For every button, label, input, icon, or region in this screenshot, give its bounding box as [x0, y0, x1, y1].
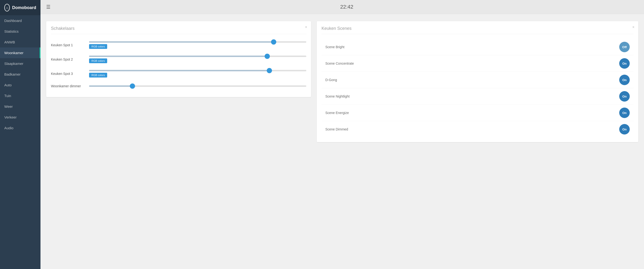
schakelaars-close[interactable]: × — [305, 25, 307, 29]
scene-name-bright: Scene Bright — [325, 45, 616, 49]
scene-name-concentrate: Scene Concentrate — [325, 62, 616, 65]
sidebar-item-tuin[interactable]: Tuin — [0, 90, 40, 101]
scene-button-energize[interactable]: On — [619, 108, 630, 118]
sidebar-item-statistics[interactable]: Statistics — [0, 26, 40, 37]
main-content: ☰ 22:42 Schakelaars × Keuken Spot 1RGB c… — [40, 0, 644, 269]
scenes-container: Scene BrightOffScene ConcentrateOnD-Gong… — [322, 39, 634, 137]
scene-row-dgong: D-GongOn — [322, 72, 634, 88]
slider-row-dimmer: Woonkamer dimmer — [51, 82, 306, 90]
scene-button-concentrate[interactable]: On — [619, 58, 630, 69]
slider-track-spot1[interactable] — [89, 41, 306, 43]
app-title: Domoboard — [12, 5, 36, 10]
scene-row-concentrate: Scene ConcentrateOn — [322, 55, 634, 72]
slider-label-spot2: Keuken Spot 2 — [51, 58, 89, 61]
scene-name-energize: Scene Energize — [325, 111, 616, 115]
scene-button-bright[interactable]: Off — [619, 42, 630, 52]
schakelaars-title: Schakelaars — [51, 26, 306, 34]
slider-thumb-spot2[interactable] — [264, 54, 270, 59]
schakelaars-card: Schakelaars × Keuken Spot 1RGB colorsKeu… — [46, 21, 311, 97]
slider-track-spot3[interactable] — [89, 70, 306, 71]
sidebar-item-slaapkamer[interactable]: Slaapkamer — [0, 58, 40, 69]
keuken-scenes-close[interactable]: × — [632, 25, 634, 29]
scene-button-dimmed[interactable]: On — [619, 124, 630, 135]
slider-thumb-spot1[interactable] — [271, 39, 276, 45]
rgb-button-spot1[interactable]: RGB colors — [89, 44, 107, 49]
current-time: 22:42 — [55, 4, 638, 10]
sidebar-logo[interactable]: ⌂ Domoboard — [0, 0, 40, 15]
home-icon: ⌂ — [4, 4, 10, 12]
scene-name-nightlight: Scene Nightlight — [325, 94, 616, 98]
sliders-container: Keuken Spot 1RGB colorsKeuken Spot 2RGB … — [51, 39, 306, 90]
sidebar-item-anwb[interactable]: ANWB — [0, 37, 40, 48]
slider-row-spot3: Keuken Spot 3RGB colors — [51, 68, 306, 80]
slider-label-spot1: Keuken Spot 1 — [51, 43, 89, 47]
scene-row-nightlight: Scene NightlightOn — [322, 88, 634, 105]
slider-track-dimmer[interactable] — [89, 85, 306, 87]
keuken-scenes-card: Keuken Scenes × Scene BrightOffScene Con… — [317, 21, 638, 142]
scene-row-bright: Scene BrightOff — [322, 39, 634, 55]
scene-row-dimmed: Scene DimmedOn — [322, 121, 634, 137]
slider-thumb-dimmer[interactable] — [130, 84, 135, 89]
scene-name-dgong: D-Gong — [325, 78, 616, 82]
sidebar-item-verkeer[interactable]: Verkeer — [0, 112, 40, 123]
scene-row-energize: Scene EnergizeOn — [322, 105, 634, 121]
cards-row: Schakelaars × Keuken Spot 1RGB colorsKeu… — [46, 21, 638, 142]
slider-label-spot3: Keuken Spot 3 — [51, 72, 89, 76]
page-body: Schakelaars × Keuken Spot 1RGB colorsKeu… — [40, 14, 644, 269]
sidebar-item-auto[interactable]: Auto — [0, 80, 40, 90]
header: ☰ 22:42 — [40, 0, 644, 14]
menu-icon[interactable]: ☰ — [46, 4, 50, 10]
scene-button-dgong[interactable]: On — [619, 75, 630, 85]
sidebar-item-woonkamer[interactable]: Woonkamer — [0, 48, 40, 58]
slider-row-spot1: Keuken Spot 1RGB colors — [51, 39, 306, 51]
keuken-scenes-title: Keuken Scenes — [322, 26, 634, 34]
slider-label-dimmer: Woonkamer dimmer — [51, 84, 89, 88]
sidebar-item-dashboard[interactable]: Dashboard — [0, 15, 40, 26]
sidebar-nav: DashboardStatisticsANWBWoonkamerSlaapkam… — [0, 15, 40, 269]
slider-thumb-spot3[interactable] — [267, 68, 272, 73]
slider-row-spot2: Keuken Spot 2RGB colors — [51, 53, 306, 66]
sidebar-item-badkamer[interactable]: Badkamer — [0, 69, 40, 80]
scene-button-nightlight[interactable]: On — [619, 91, 630, 102]
sidebar-item-audio[interactable]: Audio — [0, 123, 40, 133]
rgb-button-spot3[interactable]: RGB colors — [89, 73, 107, 78]
slider-track-spot2[interactable] — [89, 56, 306, 57]
scene-name-dimmed: Scene Dimmed — [325, 127, 616, 131]
rgb-button-spot2[interactable]: RGB colors — [89, 58, 107, 63]
sidebar: ⌂ Domoboard DashboardStatisticsANWBWoonk… — [0, 0, 40, 269]
sidebar-item-weer[interactable]: Weer — [0, 101, 40, 112]
